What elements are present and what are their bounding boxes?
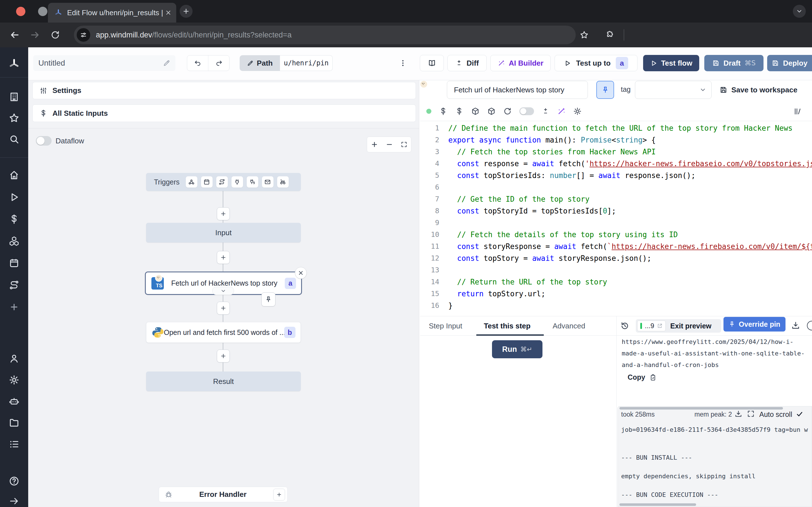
override-pin-button[interactable]: Override pin	[723, 317, 785, 332]
flow-canvas[interactable]: Dataflow Triggers Input TS	[28, 128, 419, 507]
address-bar[interactable]: app.windmill.dev/flows/edit/u/henri/pin_…	[74, 25, 576, 44]
test-up-to-button[interactable]: Test up to a	[555, 55, 638, 71]
add-error-handler-button[interactable]	[273, 489, 285, 501]
step-node-b[interactable]: Open url and fetch first 500 words of ..…	[146, 322, 301, 343]
resources-icon[interactable]	[8, 235, 20, 247]
browser-tab[interactable]: Edit Flow u/henri/pin_results |	[48, 3, 176, 22]
folders-icon[interactable]	[8, 417, 20, 429]
code-line[interactable]: 12 const topStory = await storyResponse.…	[420, 252, 812, 264]
diff-mode-icon[interactable]	[542, 107, 550, 115]
expand-logs-button[interactable]	[747, 410, 755, 418]
help-icon[interactable]	[8, 475, 20, 487]
add-resource-icon[interactable]	[455, 107, 463, 115]
log-bottom-scrollbar[interactable]	[619, 503, 696, 506]
more-options-button[interactable]	[397, 57, 409, 69]
test-up-to-step-badge[interactable]: a	[616, 57, 628, 69]
extensions-icon[interactable]	[603, 29, 616, 41]
diff-toggle-icon[interactable]	[519, 107, 534, 115]
code-line[interactable]: 5 const topStoriesIds: number[] = await …	[420, 170, 812, 181]
download-result-button[interactable]	[791, 321, 800, 330]
code-editor[interactable]: 1// Define the main function to fetch th…	[420, 121, 812, 316]
windmill-logo[interactable]	[8, 58, 20, 70]
back-button[interactable]	[8, 29, 21, 41]
variables-icon[interactable]	[8, 214, 20, 225]
home-icon[interactable]	[8, 170, 20, 181]
plug-trigger-icon[interactable]	[232, 176, 243, 187]
favorites-icon[interactable]	[8, 112, 20, 124]
copy-result-button[interactable]: Copy	[627, 373, 657, 381]
workers-icon[interactable]	[8, 396, 20, 407]
redo-button[interactable]	[208, 59, 229, 67]
settings-icon[interactable]	[8, 374, 20, 386]
code-line[interactable]: 6	[420, 181, 812, 193]
result-node[interactable]: Result	[146, 372, 301, 391]
tag-select[interactable]	[635, 81, 712, 99]
fit-view-icon[interactable]	[401, 141, 407, 148]
explore-deps-icon[interactable]	[471, 107, 479, 115]
flows-icon[interactable]	[8, 279, 20, 291]
external-link-icon[interactable]	[657, 323, 663, 329]
draft-button[interactable]: Draft ⌘S	[704, 55, 763, 71]
runs-icon[interactable]	[8, 191, 20, 203]
add-step-button[interactable]	[217, 207, 230, 220]
editor-settings-icon[interactable]	[573, 107, 581, 115]
download-logs-button[interactable]	[734, 410, 742, 418]
reload-deps-icon[interactable]	[503, 107, 512, 115]
collapse-step-button[interactable]	[212, 287, 234, 295]
new-tab-button[interactable]	[180, 5, 193, 18]
code-line[interactable]: 13	[420, 264, 812, 276]
lang-indicator-icon[interactable]	[426, 109, 432, 114]
add-variable-icon[interactable]	[439, 107, 448, 115]
code-line[interactable]: 2export async function main(): Promise<s…	[420, 134, 812, 146]
path-button[interactable]: Path	[240, 55, 280, 71]
code-line[interactable]: 15 return topStory.url;	[420, 288, 812, 300]
pin-toggle-button[interactable]	[596, 81, 614, 99]
search-icon[interactable]	[8, 133, 20, 145]
add-step-button[interactable]	[217, 251, 230, 264]
auto-scroll-checkbox[interactable]	[796, 410, 803, 418]
users-icon[interactable]	[8, 353, 20, 364]
tab-advanced[interactable]: Advanced	[553, 316, 585, 336]
add-step-button[interactable]	[217, 302, 230, 315]
docs-button[interactable]	[420, 55, 444, 71]
traffic-light-minimize[interactable]	[38, 7, 47, 16]
pinned-result-badge[interactable]	[261, 292, 275, 306]
tab-close-icon[interactable]	[165, 9, 172, 16]
route-trigger-icon[interactable]	[216, 176, 228, 187]
tab-search-button[interactable]	[793, 5, 806, 18]
remove-step-button[interactable]	[295, 267, 307, 279]
schedule-trigger-icon[interactable]	[201, 176, 213, 187]
zoom-in-icon[interactable]	[371, 141, 378, 148]
code-line[interactable]: 4 const response = await fetch('https://…	[420, 158, 812, 170]
forward-button[interactable]	[29, 29, 41, 41]
code-line[interactable]: 10 // Fetch the details of the top story…	[420, 229, 812, 240]
add-step-button[interactable]	[217, 349, 230, 362]
log-horizontal-scrollbar[interactable]	[619, 407, 783, 409]
save-to-workspace-button[interactable]: Save to workspace	[719, 81, 797, 99]
exit-preview-button[interactable]: Exit preview	[670, 322, 711, 330]
ai-gen-icon[interactable]	[557, 107, 566, 115]
code-line[interactable]: 3 // Fetch the top stories from Hacker N…	[420, 146, 812, 158]
workspace-icon[interactable]	[8, 91, 20, 103]
ai-builder-button[interactable]: AI Builder	[490, 55, 551, 71]
test-flow-button[interactable]: Test flow	[643, 55, 699, 71]
code-line[interactable]: 8 const topStoryId = topStoriesIds[0];	[420, 205, 812, 217]
zoom-out-icon[interactable]	[386, 141, 393, 148]
traffic-light-close[interactable]	[16, 7, 26, 16]
code-line[interactable]: 7 // Get the ID of the top story	[420, 193, 812, 205]
input-node[interactable]: Input	[146, 223, 301, 242]
flow-settings-row[interactable]: Settings	[33, 82, 416, 99]
path-value[interactable]: u/henri/pin	[280, 55, 333, 71]
webhook-trigger-icon[interactable]	[186, 176, 197, 187]
mail-trigger-icon[interactable]	[262, 176, 273, 187]
reload-button[interactable]	[49, 29, 61, 41]
flow-name-field[interactable]: Untitled	[33, 55, 175, 71]
undo-button[interactable]	[187, 59, 208, 67]
deploy-button[interactable]: Deploy	[767, 55, 812, 71]
run-button[interactable]: Run ⌘↵	[492, 340, 543, 358]
logs-icon[interactable]	[8, 439, 20, 450]
bookmark-star-icon[interactable]	[578, 29, 591, 41]
script-history-icon[interactable]	[794, 107, 802, 115]
lockfile-icon[interactable]	[487, 107, 496, 115]
log-output[interactable]: job=019634fd-e186-211f-5364-d3e4385d57f9…	[621, 425, 811, 499]
